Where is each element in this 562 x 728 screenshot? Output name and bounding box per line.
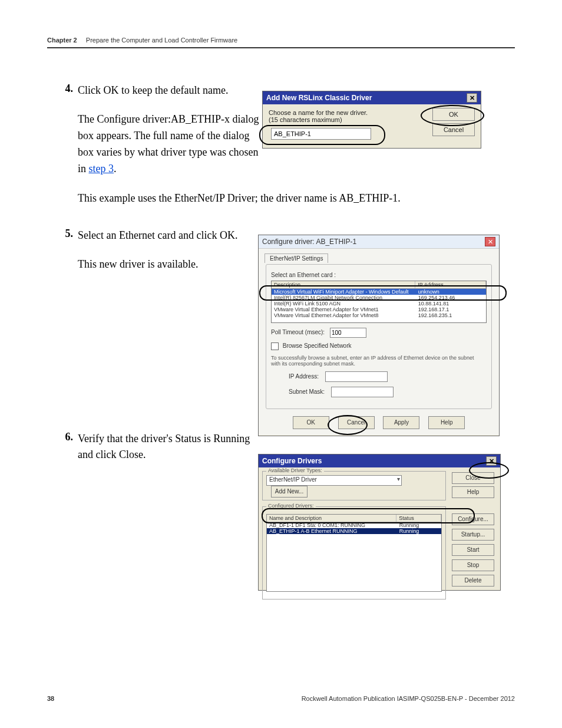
configure-driver-dialog: Configure driver: AB_ETHIP-1 ✕ EtherNet/… xyxy=(258,235,500,436)
add-dialog-title: Add New RSLinx Classic Driver xyxy=(266,94,372,102)
step5-number: 5. xyxy=(57,228,73,243)
step5-text: Select an Ethernet card and click OK. xyxy=(78,228,254,243)
step6-number: 6. xyxy=(57,431,73,463)
subnet-mask-label: Subnet Mask: xyxy=(289,388,325,395)
add-driver-dialog: Add New RSLinx Classic Driver ✕ Choose a… xyxy=(262,91,481,149)
poll-timeout-input[interactable] xyxy=(330,328,366,338)
step6-text: Verify that the driver's Status is Runni… xyxy=(78,431,254,463)
startup-button[interactable]: Startup... xyxy=(452,529,494,541)
driver-name-input[interactable] xyxy=(271,128,371,140)
configure-drivers-dialog: Configure Drivers ✕ Close Help Available… xyxy=(258,454,501,591)
add-new-button[interactable]: Add New... xyxy=(271,486,308,498)
ethernet-row[interactable]: Microsoft Virtual WiFi Miniport Adapter … xyxy=(272,289,486,295)
driver-type-combo[interactable]: EtherNet/IP Driver xyxy=(266,475,402,486)
ethernet-row[interactable]: Intel(R) 82567LM Gigabit Network Connect… xyxy=(272,295,486,301)
cancel-button[interactable]: Cancel xyxy=(432,123,475,136)
ethernet-card-list[interactable]: Description IP Address Microsoft Virtual… xyxy=(271,281,487,323)
driver-row[interactable]: AB_DF1-1 DF1 Sta: 0 COM1: RUNNING Runnin… xyxy=(267,522,441,528)
browse-network-checkbox[interactable] xyxy=(271,342,279,350)
chapter-label: Chapter 2 xyxy=(47,37,77,44)
configure-button[interactable]: Configure... xyxy=(452,513,494,525)
help-button[interactable]: Help xyxy=(428,416,465,429)
col-name: Name and Description xyxy=(267,515,396,522)
page-number: 38 xyxy=(47,695,54,702)
delete-button[interactable]: Delete xyxy=(452,575,494,587)
ok-button[interactable]: OK xyxy=(432,108,475,121)
ok-button[interactable]: OK xyxy=(293,416,329,429)
cancel-button[interactable]: Cancel xyxy=(338,416,375,429)
poll-timeout-label: Poll Timeout (msec): xyxy=(271,329,325,335)
ip-address-label: IP Address: xyxy=(289,373,319,380)
col-status: Status xyxy=(396,515,441,522)
help-button[interactable]: Help xyxy=(452,486,494,498)
col-ip: IP Address xyxy=(415,281,486,288)
ip-address-input[interactable] xyxy=(325,371,388,382)
available-types-label: Available Driver Types: xyxy=(266,467,324,473)
publication-line: Rockwell Automation Publication IASIMP-Q… xyxy=(302,695,515,702)
ethernet-row[interactable]: Intel(R) WiFi Link 5100 AGN 10.88.141.81 xyxy=(272,301,486,307)
start-button[interactable]: Start xyxy=(452,544,494,556)
ethernet-row[interactable]: VMware Virtual Ethernet Adapter for VMne… xyxy=(272,312,486,318)
stop-button[interactable]: Stop xyxy=(452,559,494,571)
apply-button[interactable]: Apply xyxy=(383,416,419,429)
configured-drivers-list[interactable]: Name and Description Status AB_DF1-1 DF1… xyxy=(266,514,442,592)
chapter-title: Prepare the Computer and Load Controller… xyxy=(86,37,237,44)
drv-dialog-title: Configure Drivers xyxy=(262,457,322,465)
step4-example: This example uses the EtherNet/IP Driver… xyxy=(78,190,490,207)
close-icon[interactable]: ✕ xyxy=(467,93,477,103)
tab-ethernet-ip[interactable]: EtherNet/IP Settings xyxy=(265,253,328,263)
subnet-mask-input[interactable] xyxy=(331,387,394,397)
step4-text: Click OK to keep the default name. xyxy=(78,83,254,98)
close-icon[interactable]: ✕ xyxy=(485,237,495,246)
page-footer: 38 Rockwell Automation Publication IASIM… xyxy=(47,695,515,702)
step3-link[interactable]: step 3 xyxy=(89,163,114,174)
running-header: Chapter 2 Prepare the Computer and Load … xyxy=(47,37,515,48)
ethernet-row[interactable]: VMware Virtual Ethernet Adapter for VMne… xyxy=(272,307,486,312)
browse-network-label: Browse Specified Network xyxy=(283,342,352,349)
select-card-label: Select an Ethernet card : xyxy=(271,272,487,278)
step4-number: 4. xyxy=(57,83,73,98)
step4-paragraph: The Configure driver:AB_ETHIP-x dialog b… xyxy=(78,111,266,177)
col-description: Description xyxy=(272,281,415,288)
close-button[interactable]: Close xyxy=(452,472,494,484)
subnet-help-text: To successfully browse a subnet, enter a… xyxy=(271,355,483,367)
cfg-dialog-title: Configure driver: AB_ETHIP-1 xyxy=(262,238,356,246)
configured-drivers-label: Configured Drivers: xyxy=(266,503,316,509)
driver-row[interactable]: AB_ETHIP-1 A-B Ethernet RUNNING Running xyxy=(267,528,441,534)
close-icon[interactable]: ✕ xyxy=(486,456,497,466)
